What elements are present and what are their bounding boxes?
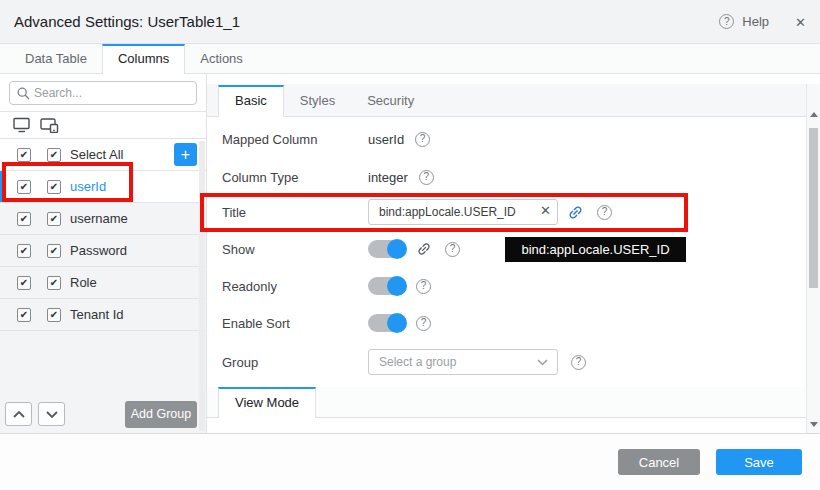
clear-icon[interactable] [540,204,551,217]
column-type-value: integer [368,170,408,185]
cancel-button[interactable]: Cancel [618,449,700,475]
dialog-header: Advanced Settings: UserTable1_1 Help [0,0,820,44]
move-up-button[interactable] [5,402,32,426]
desktop-checkbox[interactable] [17,308,31,322]
scroll-down-icon[interactable] [810,422,818,427]
tab-security[interactable]: Security [351,85,430,116]
desktop-checkbox[interactable] [17,148,31,162]
sidebar-scrollbar[interactable] [199,141,205,431]
list-item-label: username [70,211,128,226]
tab-styles[interactable]: Styles [284,85,351,116]
chevron-down-icon [46,411,58,418]
mobile-icon[interactable] [40,118,59,133]
view-mode-tab-bar: View Mode [207,387,806,418]
main-tab-bar: Data Table Columns Actions [0,44,820,74]
close-icon[interactable] [795,13,806,30]
desktop-checkbox[interactable] [17,180,31,194]
question-icon[interactable] [597,205,612,220]
dialog-footer: Cancel Save [0,433,820,490]
panel-scrollbar[interactable] [806,84,820,433]
chevron-up-icon [13,411,25,418]
mobile-checkbox[interactable] [47,180,61,194]
mobile-checkbox[interactable] [47,212,61,226]
search-icon [17,87,30,100]
mapped-column-row: Mapped Column userId [222,126,430,152]
enable-sort-toggle[interactable] [368,314,406,332]
question-icon[interactable] [415,132,430,147]
question-icon[interactable] [419,170,434,185]
show-toggle[interactable] [368,240,406,258]
list-item-label: Role [70,275,97,290]
bind-link-icon[interactable] [567,204,584,221]
question-icon[interactable] [445,242,460,257]
field-label: Enable Sort [222,316,368,331]
list-item-label: Tenant Id [70,307,124,322]
field-label: Mapped Column [222,132,368,147]
help-icon[interactable] [719,14,734,29]
group-select[interactable]: Select a group [368,349,558,375]
field-label: Readonly [222,279,368,294]
move-down-button[interactable] [38,402,65,426]
question-icon[interactable] [571,355,586,370]
desktop-checkbox[interactable] [17,212,31,226]
list-item-select-all[interactable]: Select All [0,139,206,171]
readonly-toggle[interactable] [368,277,406,295]
group-row: Group Select a group [222,348,586,376]
advanced-settings-dialog: Advanced Settings: UserTable1_1 Help Dat… [0,0,820,490]
list-item-role[interactable]: Role [0,267,206,299]
columns-sidebar: Select All userId username Password [0,74,207,433]
list-item-label: Select All [70,147,123,162]
mobile-checkbox[interactable] [47,244,61,258]
tab-actions[interactable]: Actions [185,44,258,73]
list-item-tenant-id[interactable]: Tenant Id [0,299,206,331]
mobile-checkbox[interactable] [47,276,61,290]
mobile-checkbox[interactable] [47,308,61,322]
field-label: Column Type [222,170,368,185]
mobile-checkbox[interactable] [47,148,61,162]
field-label: Title [222,205,368,220]
sidebar-footer: Add Group [0,397,206,431]
field-label: Group [222,355,368,370]
search-row [0,74,206,112]
tab-view-mode[interactable]: View Mode [218,387,316,418]
desktop-checkbox[interactable] [17,276,31,290]
scroll-up-icon[interactable] [810,112,818,117]
help-label[interactable]: Help [742,14,769,29]
desktop-checkbox[interactable] [17,244,31,258]
mapped-column-value: userId [368,132,404,147]
save-button[interactable]: Save [716,449,802,475]
search-input[interactable] [34,82,194,104]
title-row: Title [222,198,612,226]
device-toggle-row [0,112,206,139]
page-title: Advanced Settings: UserTable1_1 [14,13,240,30]
tab-data-table[interactable]: Data Table [10,44,102,73]
bind-tooltip: bind:appLocale.USER_ID [505,237,686,262]
bind-link-icon[interactable] [416,241,432,257]
dialog-body: Select All userId username Password [0,74,820,433]
tab-basic[interactable]: Basic [218,85,284,117]
desktop-icon[interactable] [13,117,31,133]
show-row: Show [222,238,460,260]
list-item-label: userId [70,179,106,194]
scrollbar-thumb[interactable] [809,128,818,288]
group-select-placeholder: Select a group [379,355,456,369]
list-item-label: Password [70,243,127,258]
add-column-button[interactable] [174,143,197,166]
title-input[interactable] [368,199,558,225]
add-group-button[interactable]: Add Group [125,401,197,428]
tab-columns[interactable]: Columns [102,44,185,74]
question-icon[interactable] [416,279,431,294]
field-label: Show [222,242,368,257]
list-item-username[interactable]: username [0,203,206,235]
list-item-userid[interactable]: userId [0,171,206,203]
column-type-row: Column Type integer [222,164,434,190]
question-icon[interactable] [416,316,431,331]
list-item-password[interactable]: Password [0,235,206,267]
readonly-row: Readonly [222,275,431,297]
enable-sort-row: Enable Sort [222,312,431,334]
chevron-down-icon [537,359,548,366]
settings-tab-bar: Basic Styles Security [207,84,806,117]
search-box[interactable] [9,81,197,105]
